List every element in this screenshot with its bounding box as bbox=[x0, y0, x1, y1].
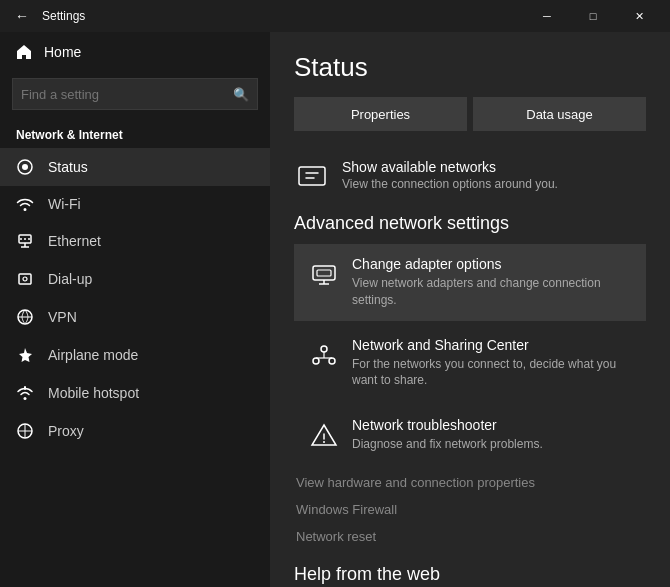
sharing-title: Network and Sharing Center bbox=[352, 337, 632, 353]
change-adapter-item[interactable]: Change adapter options View network adap… bbox=[294, 244, 646, 321]
sidebar-category: Network & Internet bbox=[0, 120, 270, 148]
adapter-text: Change adapter options View network adap… bbox=[352, 256, 632, 309]
proxy-icon bbox=[16, 422, 36, 440]
top-buttons: Properties Data usage bbox=[294, 97, 646, 131]
vpn-label: VPN bbox=[48, 309, 77, 325]
sharing-desc: For the networks you connect to, decide … bbox=[352, 356, 632, 390]
sidebar-item-vpn[interactable]: VPN bbox=[0, 298, 270, 336]
networks-icon bbox=[294, 157, 330, 193]
adapter-icon bbox=[308, 258, 340, 290]
status-icon bbox=[16, 158, 36, 176]
sidebar-item-hotspot[interactable]: Mobile hotspot bbox=[0, 374, 270, 412]
data-usage-button[interactable]: Data usage bbox=[473, 97, 646, 131]
wifi-icon bbox=[16, 197, 36, 211]
svg-point-23 bbox=[329, 358, 335, 364]
vpn-icon bbox=[16, 308, 36, 326]
sidebar-item-status[interactable]: Status bbox=[0, 148, 270, 186]
networks-desc: View the connection options around you. bbox=[342, 177, 558, 191]
troubleshooter-icon bbox=[308, 419, 340, 451]
sharing-icon bbox=[308, 339, 340, 371]
proxy-label: Proxy bbox=[48, 423, 84, 439]
show-networks-option[interactable]: Show available networks View the connect… bbox=[294, 147, 646, 203]
troubleshooter-title: Network troubleshooter bbox=[352, 417, 543, 433]
maximize-button[interactable]: □ bbox=[570, 0, 616, 32]
view-hardware-link[interactable]: View hardware and connection properties bbox=[294, 469, 646, 496]
troubleshooter-item[interactable]: Network troubleshooter Diagnose and fix … bbox=[294, 405, 646, 465]
sharing-center-item[interactable]: Network and Sharing Center For the netwo… bbox=[294, 325, 646, 402]
svg-point-1 bbox=[22, 164, 28, 170]
adapter-desc: View network adapters and change connect… bbox=[352, 275, 632, 309]
sidebar: Home 🔍 Network & Internet Status bbox=[0, 32, 270, 587]
wifi-label: Wi-Fi bbox=[48, 196, 81, 212]
svg-point-9 bbox=[23, 277, 27, 281]
dialup-label: Dial-up bbox=[48, 271, 92, 287]
page-title: Status bbox=[294, 52, 646, 83]
svg-point-21 bbox=[321, 346, 327, 352]
status-label: Status bbox=[48, 159, 88, 175]
svg-point-22 bbox=[313, 358, 319, 364]
home-icon bbox=[16, 44, 32, 60]
adapter-title: Change adapter options bbox=[352, 256, 632, 272]
sidebar-item-dialup[interactable]: Dial-up bbox=[0, 260, 270, 298]
airplane-label: Airplane mode bbox=[48, 347, 138, 363]
airplane-icon bbox=[16, 346, 36, 364]
svg-rect-18 bbox=[317, 270, 331, 276]
sidebar-item-proxy[interactable]: Proxy bbox=[0, 412, 270, 450]
svg-rect-12 bbox=[24, 386, 26, 390]
app-title: Settings bbox=[36, 9, 524, 23]
properties-button[interactable]: Properties bbox=[294, 97, 467, 131]
troubleshooter-desc: Diagnose and fix network problems. bbox=[352, 436, 543, 453]
ethernet-label: Ethernet bbox=[48, 233, 101, 249]
advanced-section-title: Advanced network settings bbox=[294, 213, 646, 234]
titlebar: ← Settings ─ □ ✕ bbox=[0, 0, 670, 32]
window-controls: ─ □ ✕ bbox=[524, 0, 662, 32]
hotspot-label: Mobile hotspot bbox=[48, 385, 139, 401]
minimize-button[interactable]: ─ bbox=[524, 0, 570, 32]
sidebar-item-ethernet[interactable]: Ethernet bbox=[0, 222, 270, 260]
dialup-icon bbox=[16, 270, 36, 288]
sidebar-item-wifi[interactable]: Wi-Fi bbox=[0, 186, 270, 222]
sidebar-item-airplane[interactable]: Airplane mode bbox=[0, 336, 270, 374]
back-button[interactable]: ← bbox=[8, 2, 36, 30]
close-button[interactable]: ✕ bbox=[616, 0, 662, 32]
content-area: Status Properties Data usage Show availa… bbox=[270, 32, 670, 587]
svg-point-28 bbox=[323, 441, 325, 443]
network-reset-link[interactable]: Network reset bbox=[294, 523, 646, 550]
search-box[interactable]: 🔍 bbox=[12, 78, 258, 110]
svg-rect-16 bbox=[299, 167, 325, 185]
windows-firewall-link[interactable]: Windows Firewall bbox=[294, 496, 646, 523]
search-input[interactable] bbox=[21, 87, 233, 102]
home-label: Home bbox=[44, 44, 81, 60]
ethernet-icon bbox=[16, 232, 36, 250]
hotspot-icon bbox=[16, 384, 36, 402]
sidebar-item-home[interactable]: Home bbox=[0, 32, 270, 72]
troubleshooter-text: Network troubleshooter Diagnose and fix … bbox=[352, 417, 543, 453]
help-title: Help from the web bbox=[294, 564, 646, 585]
sharing-text: Network and Sharing Center For the netwo… bbox=[352, 337, 632, 390]
search-icon: 🔍 bbox=[233, 87, 249, 102]
networks-title: Show available networks bbox=[342, 159, 558, 175]
svg-rect-17 bbox=[313, 266, 335, 280]
svg-rect-8 bbox=[19, 274, 31, 284]
networks-text: Show available networks View the connect… bbox=[342, 159, 558, 191]
main-layout: Home 🔍 Network & Internet Status bbox=[0, 32, 670, 587]
